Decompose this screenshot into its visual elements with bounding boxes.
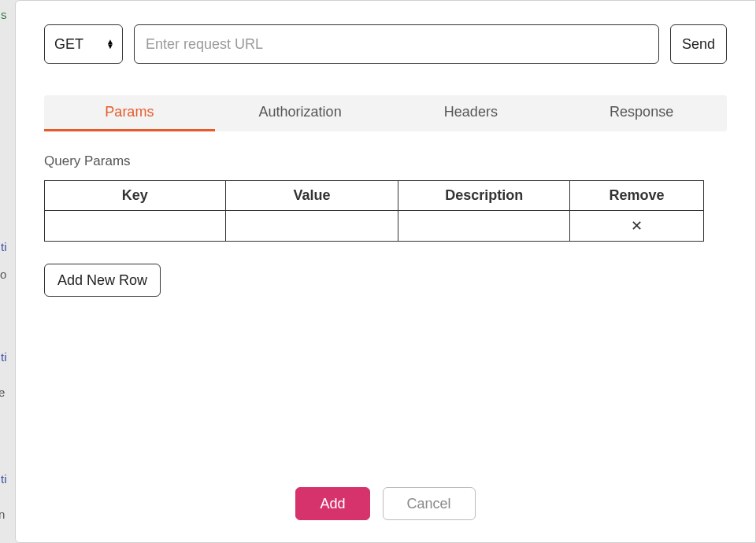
param-value-cell[interactable]: [225, 211, 398, 242]
tab-headers[interactable]: Headers: [386, 95, 557, 131]
send-button[interactable]: Send: [670, 24, 727, 64]
request-row: GET ▲▼ Send: [44, 24, 727, 64]
select-arrows-icon: ▲▼: [106, 39, 114, 49]
column-header-value: Value: [225, 181, 398, 211]
table-header-row: Key Value Description Remove: [45, 181, 704, 211]
column-header-key: Key: [45, 181, 226, 211]
add-new-row-button[interactable]: Add New Row: [44, 264, 161, 297]
remove-row-button[interactable]: ✕: [570, 211, 704, 242]
query-params-table: Key Value Description Remove ✕: [44, 180, 704, 242]
http-method-select[interactable]: GET ▲▼: [44, 24, 123, 64]
table-row: ✕: [45, 211, 704, 242]
tab-params[interactable]: Params: [44, 95, 215, 131]
request-builder-modal: GET ▲▼ Send Params Authorization Headers…: [15, 0, 756, 543]
modal-footer: Add Cancel: [44, 471, 727, 520]
request-url-input[interactable]: [134, 24, 659, 64]
query-params-title: Query Params: [44, 153, 727, 169]
add-button[interactable]: Add: [295, 487, 369, 520]
close-icon: ✕: [631, 218, 643, 234]
tab-bar: Params Authorization Headers Response: [44, 95, 727, 131]
param-description-cell[interactable]: [398, 211, 570, 242]
column-header-description: Description: [398, 181, 570, 211]
param-key-cell[interactable]: [45, 211, 226, 242]
cancel-button[interactable]: Cancel: [383, 487, 476, 520]
tab-response[interactable]: Response: [556, 95, 727, 131]
column-header-remove: Remove: [570, 181, 704, 211]
tab-authorization[interactable]: Authorization: [215, 95, 386, 131]
http-method-value: GET: [54, 36, 83, 53]
modal-overlay: GET ▲▼ Send Params Authorization Headers…: [0, 0, 756, 543]
